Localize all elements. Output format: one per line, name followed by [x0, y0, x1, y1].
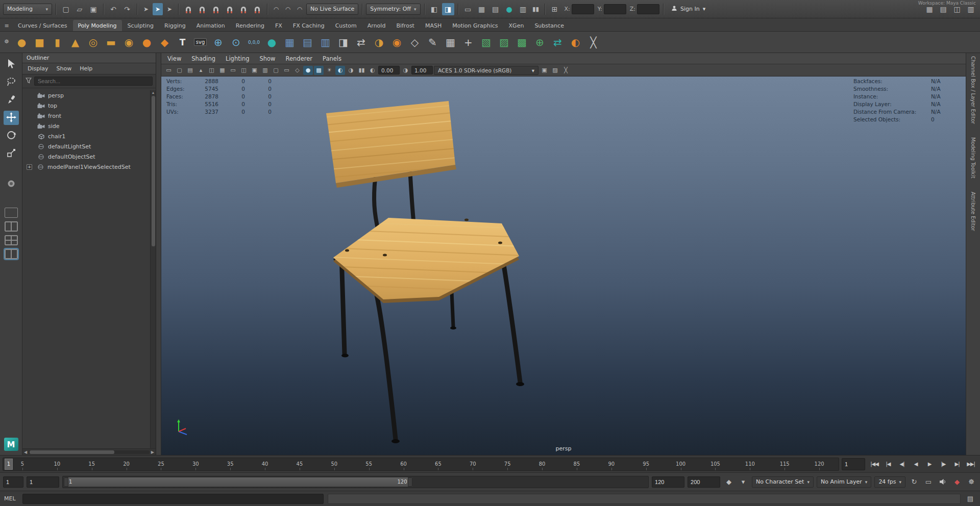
gamma-field[interactable]: 1.00	[411, 66, 433, 74]
wedge-button[interactable]: ◑	[371, 34, 387, 50]
svg-tool-button[interactable]: svg	[192, 34, 209, 50]
character-set-dropdown[interactable]: No Character Set ▾	[752, 476, 814, 488]
curve-snap-3-button[interactable]: ◠	[295, 3, 305, 15]
grid-options-button[interactable]: ⊞	[549, 3, 561, 15]
shelf-tab-rendering[interactable]: Rendering	[231, 20, 270, 31]
x-coordinate-input[interactable]	[572, 4, 594, 14]
quad-draw-button[interactable]: ▦	[442, 34, 459, 50]
combine-button[interactable]: ◉	[388, 34, 405, 50]
step-back-frame-button[interactable]: |◀	[881, 458, 895, 470]
command-input[interactable]	[22, 494, 324, 504]
snap-to-point-button[interactable]	[210, 3, 222, 15]
scale-tool[interactable]	[4, 146, 19, 161]
script-editor-button[interactable]: ▤	[965, 493, 976, 504]
playback-range-bar[interactable]: 1 120	[64, 477, 412, 487]
snap-to-grid-button[interactable]	[182, 3, 194, 15]
new-scene-button[interactable]: ▢	[60, 3, 72, 15]
shelf-tab-sculpting[interactable]: Sculpting	[122, 20, 159, 31]
outliner-search-input[interactable]	[34, 77, 153, 86]
create-curve-button[interactable]: ✎	[424, 34, 441, 50]
layout-outliner-persp-button[interactable]	[5, 249, 18, 259]
viewport-menu-view[interactable]: View	[167, 55, 181, 62]
play-backwards-button[interactable]: ◀	[909, 458, 922, 470]
safe-title-button[interactable]: ▭	[282, 66, 291, 75]
shadows-button[interactable]: ◐	[335, 66, 345, 75]
outliner-item-defaultobjectset[interactable]: defaultObjectSet	[22, 151, 156, 162]
shelf-tab-substance[interactable]: Substance	[529, 20, 569, 31]
poly-torus-button[interactable]: ◎	[85, 34, 102, 50]
outliner-item-chair1[interactable]: chair1	[22, 131, 156, 141]
isolate-select-button[interactable]: ▣	[540, 66, 549, 75]
lock-camera-button[interactable]: ▢	[175, 66, 184, 75]
target-weld-button[interactable]: ⊕	[531, 34, 548, 50]
symmetry-dropdown[interactable]: Symmetry: Off ▾	[366, 4, 420, 15]
sign-in-dropdown[interactable]: Sign In ▾	[667, 3, 709, 15]
animation-end-field[interactable]	[688, 476, 720, 488]
outliner-menu-show[interactable]: Show	[57, 65, 72, 72]
live-surface-dropdown[interactable]: No Live Surface	[306, 4, 358, 15]
xray-joints-button[interactable]: ╳	[561, 66, 571, 75]
snap-to-projected-center-button[interactable]	[224, 3, 236, 15]
panel-splitter[interactable]	[156, 53, 161, 455]
last-tool-slot[interactable]	[4, 177, 19, 191]
playback-start-field[interactable]	[27, 476, 59, 488]
play-forwards-button[interactable]: ▶	[923, 458, 936, 470]
pane-right-button[interactable]: ◨	[442, 3, 454, 15]
outliner-item-persp[interactable]: persp	[22, 90, 156, 100]
film-gate-button[interactable]: ▭	[228, 66, 238, 75]
image-plane-button[interactable]: ◫	[207, 66, 216, 75]
shelf-gear-button[interactable]: ☸	[2, 37, 11, 46]
poly-sphere-button[interactable]: ●	[13, 34, 30, 50]
ipr-render-button[interactable]: ▥	[517, 3, 529, 15]
platonic-solid-button[interactable]: ◆	[156, 34, 173, 50]
workspace-indicator[interactable]: Workspace: Maya Classic	[918, 1, 976, 6]
select-tool[interactable]	[4, 57, 19, 71]
scroll-up-icon[interactable]: ▴	[152, 90, 154, 95]
outliner-horizontal-scrollbar[interactable]: ◀ ▶	[22, 448, 156, 455]
shelf-tab-bifrost[interactable]: Bifrost	[391, 20, 420, 31]
smooth-preview-button[interactable]: ●	[263, 34, 280, 50]
snap-to-view-plane-button[interactable]	[237, 3, 250, 15]
shelf-tab-custom[interactable]: Custom	[330, 20, 362, 31]
transfer-attributes-button[interactable]: ⇄	[353, 34, 370, 50]
layout-two-pane-button[interactable]	[5, 221, 18, 232]
mute-button[interactable]	[937, 476, 948, 488]
scroll-right-icon[interactable]: ▶	[151, 450, 154, 454]
motion-blur-button[interactable]: ▮▮	[357, 66, 366, 75]
grid-array-button[interactable]: ▦	[281, 34, 298, 50]
outliner-menu-display[interactable]: Display	[28, 65, 48, 72]
snap-to-curve-button[interactable]	[196, 3, 208, 15]
curve-snap-1-button[interactable]: ◠	[271, 3, 281, 15]
bevel-button[interactable]: ▨	[496, 34, 512, 50]
xray-button[interactable]: ▨	[550, 66, 560, 75]
select-object-button[interactable]: ➤	[153, 3, 163, 15]
pause-viewport-button[interactable]: ▮▮	[531, 3, 541, 15]
curve-warp-button[interactable]: ⇄	[549, 34, 566, 50]
y-coordinate-input[interactable]	[604, 4, 626, 14]
poly-cube-button[interactable]: ■	[31, 34, 48, 50]
make-object-live-button[interactable]	[251, 3, 263, 15]
render-grid-1-button[interactable]: ▦	[476, 3, 488, 15]
render-grid-2-button[interactable]: ▤	[489, 3, 502, 15]
select-component-button[interactable]: ➤	[164, 3, 175, 15]
character-set-menu-button[interactable]: ▾	[738, 476, 749, 488]
shelf-tab-xgen[interactable]: XGen	[504, 20, 529, 31]
shelf-tab-poly-modeling[interactable]: Poly Modeling	[73, 20, 122, 31]
menu-set-dropdown[interactable]: Modeling ▾	[3, 4, 52, 15]
shelf-tab-arnold[interactable]: Arnold	[362, 20, 391, 31]
redo-button[interactable]: ↷	[121, 3, 133, 15]
poly-disc-button[interactable]: ◉	[120, 34, 137, 50]
ambient-occlusion-button[interactable]: ◑	[346, 66, 356, 75]
rotate-tool[interactable]	[4, 129, 19, 143]
outliner-item-modelpanel1viewselectedset[interactable]: + modelPanel1ViewSelectedSet	[22, 162, 156, 172]
poly-cone-button[interactable]: ▲	[67, 34, 84, 50]
shelf-tab-animation[interactable]: Animation	[191, 20, 230, 31]
pane-left-button[interactable]: ◧	[428, 3, 440, 15]
snap-together-button[interactable]: ⊙	[228, 34, 244, 50]
curve-snap-2-button[interactable]: ◠	[283, 3, 293, 15]
poly-plane-button[interactable]: ▬	[103, 34, 119, 50]
z-coordinate-input[interactable]	[637, 4, 659, 14]
super-shape-button[interactable]: ●	[138, 34, 155, 50]
viewport-menu-panels[interactable]: Panels	[323, 55, 341, 62]
grid-toggle-button[interactable]: ▦	[217, 66, 227, 75]
